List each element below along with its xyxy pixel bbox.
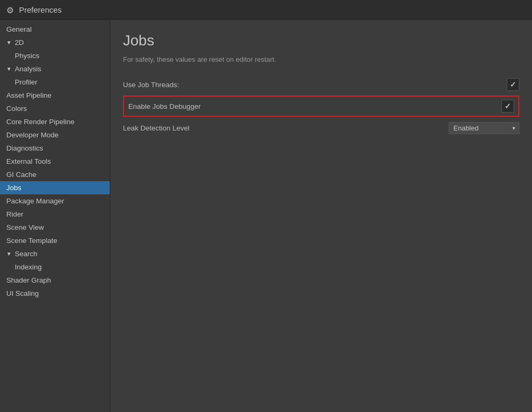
setting-label-use-job-threads: Use Job Threads:: [123, 81, 507, 89]
gear-icon: ⚙: [6, 5, 15, 14]
window-title: Preferences: [19, 5, 62, 14]
sidebar-label-indexing: Indexing: [15, 263, 42, 271]
sidebar-label-jobs: Jobs: [6, 184, 22, 192]
sidebar-item-asset-pipeline[interactable]: Asset Pipeline: [0, 89, 110, 102]
sidebar-item-2d[interactable]: ▼2D: [0, 36, 110, 49]
sidebar-label-profiler: Profiler: [15, 78, 37, 86]
sidebar-item-indexing[interactable]: Indexing: [0, 260, 110, 274]
checkmark-icon-enable-jobs-debugger: ✓: [505, 102, 511, 110]
sidebar-item-scene-template[interactable]: Scene Template: [0, 234, 110, 247]
sidebar-item-general[interactable]: General: [0, 23, 110, 36]
main-layout: General▼2DPhysics▼AnalysisProfilerAsset …: [0, 20, 532, 412]
setting-label-enable-jobs-debugger: Enable Jobs Debugger: [128, 102, 501, 110]
sidebar-label-analysis: Analysis: [15, 65, 41, 73]
sidebar-label-physics: Physics: [15, 52, 40, 60]
sidebar-label-scene-view: Scene View: [6, 223, 44, 231]
sidebar-item-diagnostics[interactable]: Diagnostics: [0, 142, 110, 155]
sidebar-item-profiler[interactable]: Profiler: [0, 76, 110, 89]
sidebar-item-analysis[interactable]: ▼Analysis: [0, 62, 110, 76]
settings-row-enable-jobs-debugger: Enable Jobs Debugger✓: [123, 96, 519, 117]
sidebar-label-core-render-pipeline: Core Render Pipeline: [6, 118, 74, 126]
sidebar-label-general: General: [6, 25, 32, 33]
triangle-icon-2d: ▼: [6, 40, 12, 45]
sidebar-item-developer-mode[interactable]: Developer Mode: [0, 128, 110, 142]
content-description: For safety, these values are reset on ed…: [123, 55, 519, 63]
sidebar-label-package-manager: Package Manager: [6, 197, 64, 205]
sidebar-label-ui-scaling: UI Scaling: [6, 289, 39, 297]
sidebar-label-2d: 2D: [15, 39, 24, 46]
sidebar-label-developer-mode: Developer Mode: [6, 131, 59, 139]
page-title: Jobs: [123, 32, 519, 49]
sidebar-item-ui-scaling[interactable]: UI Scaling: [0, 287, 110, 300]
triangle-icon-analysis: ▼: [6, 66, 12, 72]
settings-row-leak-detection-level: Leak Detection LevelDisabledEnabledFull …: [123, 118, 519, 138]
dropdown-wrapper-leak-detection-level: DisabledEnabledFull Stack Traces: [449, 122, 519, 134]
checkbox-enable-jobs-debugger[interactable]: ✓: [501, 100, 514, 113]
sidebar-label-search: Search: [15, 250, 37, 258]
checkmark-icon-use-job-threads: ✓: [510, 80, 516, 89]
title-bar: ⚙ Preferences: [0, 0, 532, 20]
sidebar-item-search[interactable]: ▼Search: [0, 247, 110, 260]
sidebar-item-scene-view[interactable]: Scene View: [0, 221, 110, 234]
sidebar-item-gi-cache[interactable]: GI Cache: [0, 168, 110, 181]
sidebar-label-gi-cache: GI Cache: [6, 171, 36, 179]
sidebar-item-colors[interactable]: Colors: [0, 102, 110, 115]
content-area: Jobs For safety, these values are reset …: [110, 20, 532, 412]
sidebar-item-external-tools[interactable]: External Tools: [0, 155, 110, 168]
sidebar-label-diagnostics: Diagnostics: [6, 144, 43, 152]
sidebar-label-colors: Colors: [6, 105, 27, 113]
sidebar-item-rider[interactable]: Rider: [0, 208, 110, 221]
sidebar-item-physics[interactable]: Physics: [0, 49, 110, 62]
setting-label-leak-detection-level: Leak Detection Level: [123, 124, 449, 132]
settings-row-use-job-threads: Use Job Threads:✓: [123, 74, 519, 96]
sidebar-label-shader-graph: Shader Graph: [6, 276, 51, 284]
sidebar-item-package-manager[interactable]: Package Manager: [0, 194, 110, 208]
sidebar-item-shader-graph[interactable]: Shader Graph: [0, 274, 110, 287]
sidebar-item-jobs[interactable]: Jobs: [0, 181, 110, 194]
triangle-icon-search: ▼: [6, 251, 12, 257]
checkbox-use-job-threads[interactable]: ✓: [507, 78, 519, 91]
sidebar-label-asset-pipeline: Asset Pipeline: [6, 91, 52, 99]
sidebar-item-core-render-pipeline[interactable]: Core Render Pipeline: [0, 115, 110, 128]
sidebar-label-external-tools: External Tools: [6, 157, 51, 165]
settings-container: Use Job Threads:✓Enable Jobs Debugger✓Le…: [123, 74, 519, 138]
sidebar: General▼2DPhysics▼AnalysisProfilerAsset …: [0, 20, 110, 412]
sidebar-label-scene-template: Scene Template: [6, 237, 58, 245]
dropdown-leak-detection-level[interactable]: DisabledEnabledFull Stack Traces: [449, 122, 519, 134]
sidebar-label-rider: Rider: [6, 210, 23, 218]
